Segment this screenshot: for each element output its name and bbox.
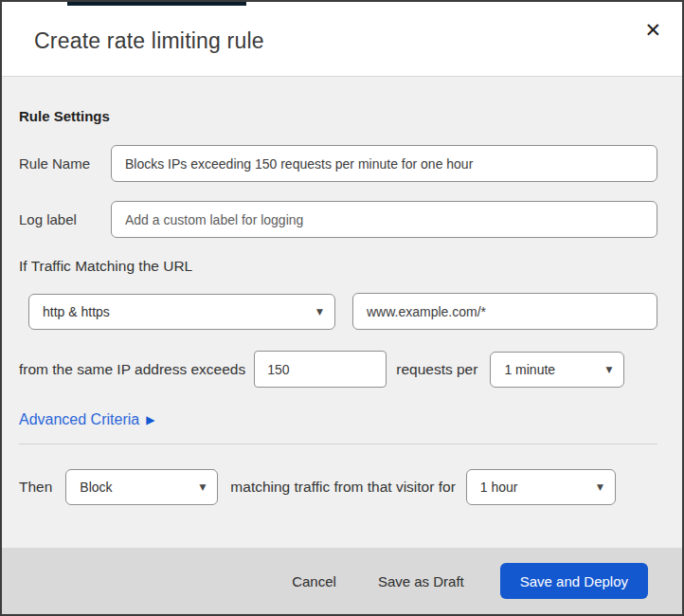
period-select[interactable]: 1 minute ▼ (490, 352, 624, 388)
action-row: Then Block ▼ matching traffic from that … (19, 469, 657, 505)
rule-name-label: Rule Name (19, 155, 111, 172)
threshold-text-after: requests per (396, 361, 477, 378)
caret-down-icon: ▼ (199, 482, 206, 492)
action-middle-text: matching traffic from that visitor for (230, 479, 455, 496)
log-label-row: Log label (19, 201, 657, 238)
section-divider (19, 444, 657, 444)
arrow-right-icon: ▶ (146, 413, 154, 426)
advanced-criteria-row: Advanced Criteria ▶ (19, 411, 657, 428)
close-icon[interactable]: ✕ (640, 17, 665, 45)
then-label: Then (19, 479, 52, 496)
threshold-row: from the same IP address exceeds request… (19, 351, 657, 388)
save-and-deploy-button[interactable]: Save and Deploy (500, 563, 648, 599)
cancel-button[interactable]: Cancel (282, 566, 346, 597)
action-select[interactable]: Block ▼ (65, 469, 218, 505)
scheme-select-value: http & https (43, 304, 110, 319)
caret-down-icon: ▼ (316, 307, 323, 317)
rule-settings-heading: Rule Settings (19, 108, 657, 124)
scheme-select[interactable]: http & https ▼ (28, 294, 335, 330)
log-label-label: Log label (19, 211, 111, 227)
duration-select[interactable]: 1 hour ▼ (466, 469, 616, 505)
rule-name-row: Rule Name (19, 145, 657, 182)
modal-header: Create rate limiting rule ✕ (2, 6, 682, 77)
modal-title: Create rate limiting rule (34, 28, 264, 54)
advanced-criteria-label: Advanced Criteria (19, 411, 139, 428)
traffic-match-intro: If Traffic Matching the URL (19, 258, 657, 275)
caret-down-icon: ▼ (605, 365, 612, 374)
rule-name-input[interactable] (111, 145, 657, 182)
action-select-value: Block (80, 480, 112, 495)
create-rate-limiting-rule-dialog: Create rate limiting rule ✕ Rule Setting… (0, 0, 684, 616)
url-pattern-input[interactable] (352, 293, 657, 330)
request-count-input[interactable] (254, 351, 387, 388)
log-label-input[interactable] (111, 201, 657, 238)
caret-down-icon: ▼ (597, 482, 603, 492)
url-match-row: http & https ▼ (19, 293, 657, 330)
modal-body: Rule Settings Rule Name Log label If Tra… (2, 77, 682, 548)
advanced-criteria-link[interactable]: Advanced Criteria ▶ (19, 411, 154, 428)
save-as-draft-button[interactable]: Save as Draft (369, 566, 474, 597)
period-select-value: 1 minute (504, 362, 555, 377)
modal-footer: Cancel Save as Draft Save and Deploy (2, 548, 682, 614)
threshold-text-before: from the same IP address exceeds (19, 361, 245, 378)
duration-select-value: 1 hour (480, 480, 518, 495)
